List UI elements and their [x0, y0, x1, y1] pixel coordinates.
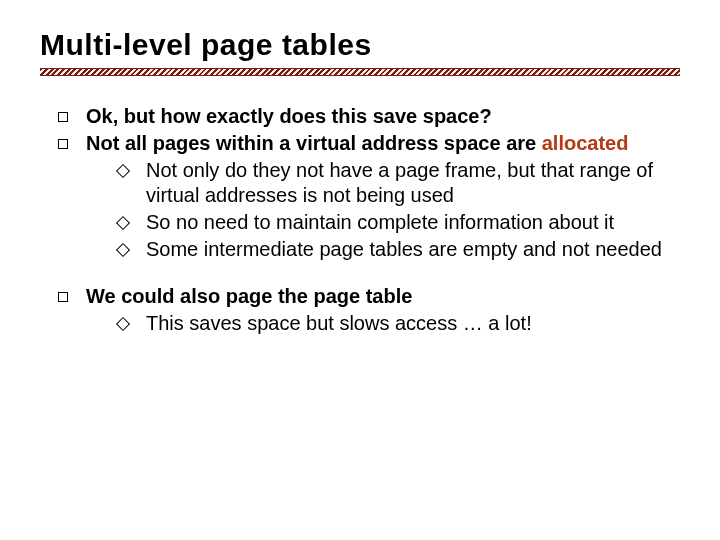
list-item: So no need to maintain complete informat… — [118, 210, 680, 235]
bullet-text: Some intermediate page tables are empty … — [146, 237, 680, 262]
bullet-text: Not only do they not have a page frame, … — [146, 158, 680, 208]
list-item: Some intermediate page tables are empty … — [118, 237, 680, 262]
bullet-text-accent: allocated — [542, 132, 629, 154]
bullet-square-icon — [58, 139, 68, 149]
bullet-square-icon — [58, 292, 68, 302]
bullet-diamond-icon — [116, 164, 130, 178]
bullet-text: Ok, but how exactly does this save space… — [86, 104, 680, 129]
bullet-text: We could also page the page table — [86, 284, 680, 309]
bullet-text: Not all pages within a virtual address s… — [86, 131, 680, 156]
bullet-square-icon — [58, 112, 68, 122]
title-rule — [40, 68, 680, 76]
list-item: Ok, but how exactly does this save space… — [58, 104, 680, 129]
bullet-diamond-icon — [116, 216, 130, 230]
list-item: Not all pages within a virtual address s… — [58, 131, 680, 156]
slide-content: Ok, but how exactly does this save space… — [40, 104, 680, 336]
bullet-text: This saves space but slows access … a lo… — [146, 311, 680, 336]
list-item: We could also page the page table — [58, 284, 680, 309]
list-item: Not only do they not have a page frame, … — [118, 158, 680, 208]
bullet-diamond-icon — [116, 317, 130, 331]
spacer — [40, 264, 680, 282]
bullet-text-prefix: Not all pages within a virtual address s… — [86, 132, 542, 154]
page-title: Multi-level page tables — [40, 28, 680, 62]
bullet-diamond-icon — [116, 243, 130, 257]
bullet-text: So no need to maintain complete informat… — [146, 210, 680, 235]
list-item: This saves space but slows access … a lo… — [118, 311, 680, 336]
slide: Multi-level page tables Ok, but how exac… — [0, 0, 720, 540]
